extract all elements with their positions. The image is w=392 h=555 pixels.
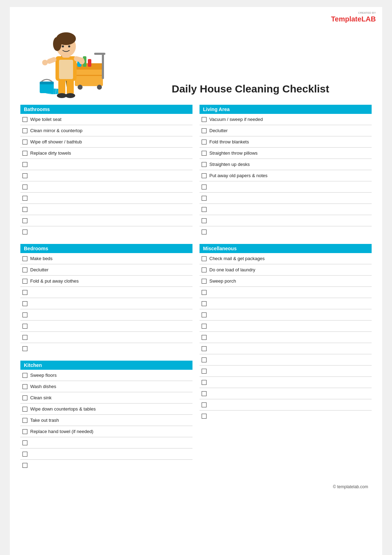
checkbox[interactable] — [22, 162, 27, 167]
checkbox[interactable] — [202, 324, 207, 329]
section-living-area: Living AreaVacuum / sweep if neededDeclu… — [200, 105, 372, 238]
list-item — [20, 298, 192, 309]
checkbox[interactable] — [202, 256, 207, 261]
item-label — [209, 230, 211, 235]
checkbox[interactable] — [22, 267, 27, 272]
checkbox[interactable] — [22, 429, 27, 434]
item-label: Take out trash — [30, 418, 59, 423]
checkbox[interactable] — [22, 173, 27, 178]
checkbox[interactable] — [22, 128, 27, 133]
item-label: Replace hand towel (if needed) — [30, 429, 93, 434]
checkbox[interactable] — [22, 301, 27, 306]
checkbox[interactable] — [22, 140, 27, 144]
checkbox[interactable] — [202, 279, 207, 284]
section-bedrooms: BedroomsMake bedsDeclutterFold & put awa… — [20, 244, 192, 354]
checkbox[interactable] — [22, 218, 27, 223]
item-label: Clean sink — [30, 395, 52, 400]
svg-point-21 — [65, 93, 75, 98]
item-label — [209, 290, 211, 295]
checkbox[interactable] — [22, 418, 27, 423]
section-header-bedrooms: Bedrooms — [20, 244, 192, 253]
list-item: Straighten up desks — [200, 159, 372, 170]
checkbox[interactable] — [22, 373, 27, 378]
list-item — [200, 366, 372, 377]
svg-point-27 — [79, 59, 85, 64]
checkbox[interactable] — [22, 151, 27, 156]
right-column: Living AreaVacuum / sweep if neededDeclu… — [200, 105, 372, 477]
item-label — [30, 463, 32, 468]
checkbox[interactable] — [202, 290, 207, 295]
svg-rect-5 — [102, 53, 104, 79]
checkbox[interactable] — [22, 196, 27, 201]
checkbox[interactable] — [202, 218, 207, 223]
list-item: Wipe down countertops & tables — [20, 404, 192, 415]
checkbox[interactable] — [202, 391, 207, 396]
checkbox[interactable] — [22, 395, 27, 400]
checkbox[interactable] — [22, 117, 27, 122]
checkbox[interactable] — [202, 230, 207, 234]
checkbox[interactable] — [202, 151, 207, 156]
item-label — [209, 357, 211, 362]
item-label — [209, 391, 211, 396]
list-item: Clean mirror & countertop — [20, 125, 192, 136]
checkbox[interactable] — [22, 452, 27, 457]
list-item — [20, 193, 192, 204]
checkbox[interactable] — [22, 256, 27, 261]
item-label: Straighten up desks — [209, 162, 250, 167]
checkbox[interactable] — [202, 414, 207, 419]
item-label — [30, 162, 32, 167]
checkbox[interactable] — [202, 185, 207, 189]
checkbox[interactable] — [202, 380, 207, 385]
checkbox[interactable] — [202, 162, 207, 167]
item-label: Do one load of laundry — [209, 267, 255, 272]
item-label — [30, 335, 32, 340]
item-label — [30, 207, 32, 212]
checkbox[interactable] — [202, 117, 207, 122]
checkbox[interactable] — [22, 185, 27, 189]
checkbox[interactable] — [202, 335, 207, 340]
list-item — [200, 215, 372, 226]
list-item — [20, 309, 192, 321]
checkbox[interactable] — [22, 384, 27, 389]
list-item — [200, 226, 372, 238]
checkbox[interactable] — [22, 207, 27, 212]
item-label: Put away old papers & notes — [209, 173, 268, 178]
checkbox[interactable] — [22, 440, 27, 445]
checkbox[interactable] — [202, 207, 207, 212]
checkbox[interactable] — [202, 267, 207, 272]
checkbox[interactable] — [22, 230, 27, 234]
checkbox[interactable] — [202, 301, 207, 306]
checkbox[interactable] — [202, 140, 207, 144]
checkbox[interactable] — [202, 357, 207, 362]
checkbox[interactable] — [22, 312, 27, 317]
checkbox[interactable] — [202, 128, 207, 133]
checkbox[interactable] — [202, 402, 207, 407]
checkbox[interactable] — [22, 335, 27, 340]
header-section: Daily House Cleaning Checklist — [20, 18, 372, 98]
item-label: Vacuum / sweep if needed — [209, 117, 263, 122]
list-item — [200, 343, 372, 354]
checkbox[interactable] — [202, 173, 207, 178]
checkbox[interactable] — [22, 346, 27, 351]
item-label — [30, 290, 32, 295]
checkbox[interactable] — [22, 324, 27, 329]
section-bathrooms: BathroomsWipe toilet seatClean mirror & … — [20, 105, 192, 238]
checkbox[interactable] — [202, 312, 207, 317]
checkbox[interactable] — [202, 369, 207, 374]
checkbox[interactable] — [202, 346, 207, 351]
checkbox[interactable] — [22, 407, 27, 412]
list-item: Sweep floors — [20, 370, 192, 381]
checkbox[interactable] — [202, 196, 207, 201]
item-label — [30, 173, 32, 178]
svg-point-32 — [62, 45, 64, 47]
checkbox[interactable] — [22, 279, 27, 284]
list-item — [20, 343, 192, 354]
page-title: Daily House Cleaning Checklist — [122, 83, 372, 98]
list-item: Straighten throw pillows — [200, 148, 372, 159]
checkbox[interactable] — [22, 463, 27, 468]
checkbox[interactable] — [22, 290, 27, 295]
list-item: Wipe off shower / bathtub — [20, 136, 192, 148]
svg-rect-23 — [59, 60, 73, 79]
footer: © templatelab.com — [20, 484, 372, 489]
item-label — [30, 323, 32, 329]
